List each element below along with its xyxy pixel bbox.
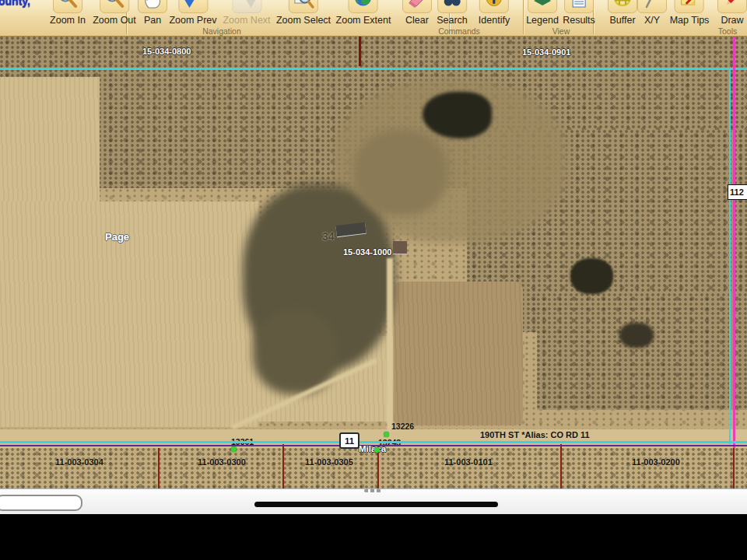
parcel-id-label: 11-003-0304 [55, 457, 103, 467]
parcel-id-label: 11-003-0305 [305, 457, 353, 467]
results-label: Results [563, 15, 595, 26]
zoom-prev-button[interactable]: Zoom Prev [169, 0, 216, 26]
parcel-line [158, 448, 160, 488]
aerial-plowed-field [393, 282, 523, 425]
group-label-navigation: Navigation [202, 26, 241, 36]
parcel-id-label: 11-003-0200 [632, 457, 680, 467]
pond [570, 258, 613, 294]
arrow-next-icon [232, 0, 261, 13]
parcel-id-label: 15-034-1000 [343, 247, 391, 257]
bottom-input[interactable] [0, 495, 82, 511]
clear-label: Clear [405, 15, 429, 26]
edge-address-number: 112 [730, 187, 744, 197]
address-point-marker [231, 446, 237, 452]
note-icon [675, 0, 704, 13]
pan-hand-icon [138, 0, 167, 13]
highway-shield-11: 11 [339, 432, 359, 449]
place-label-milaca: Milaca [359, 444, 386, 453]
aerial-bottom-strip [0, 448, 747, 488]
city-boundary-cyan-line [0, 68, 747, 70]
xy-button[interactable]: X/Y [637, 0, 667, 26]
eraser-icon [402, 0, 432, 13]
pond [423, 92, 492, 138]
address-label: 13226 [391, 422, 414, 431]
group-label-tools: Tools [718, 26, 738, 36]
wetland-spot [619, 323, 654, 348]
buffer-grid-icon [608, 0, 637, 13]
parcel-line [359, 37, 361, 66]
section-number-label: 34 [322, 230, 335, 243]
zoom-extent-button[interactable]: Zoom Extent [336, 0, 391, 26]
ribbon-toolbar: ounty, Navigation Commands View Tools Zo… [0, 0, 747, 37]
group-label-view: View [552, 26, 570, 36]
zoom-select-button[interactable]: Zoom Select [276, 0, 331, 26]
zoom-next-label: Zoom Next [223, 15, 270, 26]
letterbox-bottom [0, 514, 747, 560]
identify-icon [479, 0, 509, 13]
map-viewport[interactable]: 15-034-0800 15-034-0901 15-034-1000 34 P… [0, 37, 747, 488]
zoom-in-label: Zoom In [50, 15, 86, 26]
zoom-prev-label: Zoom Prev [169, 15, 216, 26]
zoom-out-label: Zoom Out [93, 15, 136, 26]
search-label: Search [437, 15, 468, 26]
road-cyan-line [0, 441, 747, 443]
parcel-line [560, 444, 562, 488]
layers-icon [528, 0, 557, 13]
buffer-button[interactable]: Buffer [608, 0, 637, 26]
zoom-in-button[interactable]: Zoom In [50, 0, 86, 26]
clear-button[interactable]: Clear [402, 0, 432, 26]
splitter-grip-handle[interactable] [364, 489, 381, 492]
pushpin-icon [637, 0, 667, 13]
identify-label: Identify [479, 15, 510, 26]
zoom-extent-label: Zoom Extent [336, 15, 391, 26]
zoom-in-icon [53, 0, 82, 13]
address-point-marker [384, 432, 389, 437]
identify-button[interactable]: Identify [479, 0, 510, 26]
place-label-page: Page [105, 231, 129, 243]
pencil-icon [717, 0, 747, 13]
address-point-marker [374, 447, 380, 453]
parcel-line [282, 444, 284, 488]
highway-number: 11 [345, 436, 354, 446]
home-indicator-bar[interactable] [254, 502, 498, 507]
farm-driveway [387, 258, 393, 431]
zoom-out-button[interactable]: Zoom Out [93, 0, 136, 26]
globe-icon [349, 0, 378, 13]
app-window: ounty, Navigation Commands View Tools Zo… [0, 0, 747, 560]
pan-label: Pan [144, 15, 161, 26]
parcel-id-label: 11-003-0101 [444, 457, 493, 467]
parcel-id-label: 15-034-0800 [142, 47, 191, 56]
window-title-partial: ounty, [0, 0, 30, 7]
arrow-prev-icon [178, 0, 208, 13]
binoculars-icon [437, 0, 467, 13]
pan-button[interactable]: Pan [138, 0, 167, 26]
zoom-select-icon [289, 0, 318, 13]
aerial-woods [354, 130, 447, 215]
bottom-status-bar [0, 488, 747, 514]
results-list-icon [564, 0, 594, 13]
edge-address-box: 112 [728, 184, 747, 200]
zoom-next-button: Zoom Next [223, 0, 270, 26]
draw-label: Draw [721, 15, 743, 26]
group-separator [523, 0, 524, 34]
group-label-commands: Commands [438, 26, 480, 36]
boundary-magenta-line [733, 37, 735, 448]
zoom-select-label: Zoom Select [276, 15, 331, 26]
results-button[interactable]: Results [563, 0, 595, 26]
draw-button[interactable]: Draw [717, 0, 747, 26]
aerial-shrub-area [537, 293, 747, 410]
parcel-line [733, 448, 735, 488]
map-tips-label: Map Tips [670, 15, 710, 26]
buffer-label: Buffer [609, 15, 635, 26]
boundary-cyan-line [729, 68, 731, 444]
legend-label: Legend [526, 15, 559, 26]
xy-label: X/Y [644, 15, 660, 26]
zoom-out-icon [100, 0, 129, 13]
road-name-label: 190TH ST *Alias: CO RD 11 [480, 430, 590, 439]
parcel-id-label: 15-034-0901 [522, 47, 570, 57]
parcel-line [377, 448, 379, 488]
map-tips-button[interactable]: Map Tips [670, 0, 710, 26]
search-button[interactable]: Search [437, 0, 468, 26]
farm-building [393, 241, 407, 254]
legend-button[interactable]: Legend [526, 0, 559, 26]
